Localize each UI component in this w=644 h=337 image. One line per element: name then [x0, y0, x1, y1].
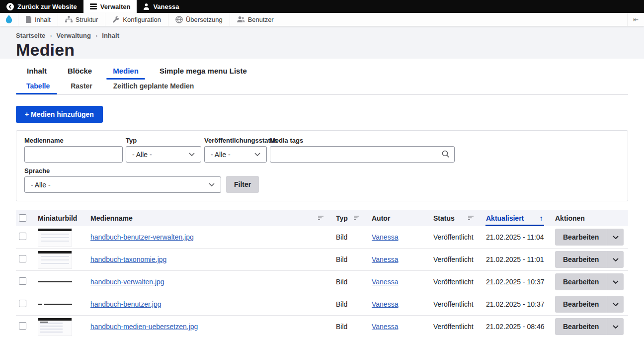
- tab-inhalt[interactable]: Inhalt: [16, 64, 57, 80]
- veroeffentlichungsstatus-select[interactable]: - Alle -: [204, 146, 267, 163]
- edit-dropdown-toggle[interactable]: [607, 318, 624, 335]
- menu-item-uebersetzung[interactable]: Übersetzung: [168, 13, 230, 26]
- breadcrumb: Startseite › Verwaltung › Inhalt: [16, 32, 644, 39]
- toolbar-orientation-toggle[interactable]: ⇤: [627, 13, 644, 26]
- column-header-autor[interactable]: Autor: [366, 210, 427, 226]
- media-name-link[interactable]: handbuch-verwalten.jpg: [90, 278, 164, 286]
- column-header-aktionen: Aktionen: [549, 210, 628, 226]
- typ-select[interactable]: - Alle -: [126, 146, 201, 163]
- filter-panel: Medienname Typ - Alle - Veröffentlichung…: [16, 130, 628, 201]
- row-checkbox[interactable]: [19, 300, 26, 307]
- edit-dropdown-toggle[interactable]: [607, 251, 624, 268]
- media-updated: 21.02.2025 - 10:37: [480, 278, 549, 286]
- chevron-down-icon: [613, 236, 619, 239]
- user-name-label: Vanessa: [153, 3, 179, 10]
- filter-sort-icon[interactable]: [318, 216, 324, 220]
- manage-tab[interactable]: Verwalten: [83, 0, 137, 13]
- media-thumbnail[interactable]: [38, 251, 72, 269]
- menu-item-struktur[interactable]: Struktur: [58, 13, 106, 26]
- wrench-icon: [112, 16, 120, 23]
- menu-item-konfiguration[interactable]: Konfiguration: [105, 13, 168, 26]
- manage-label: Verwalten: [100, 3, 131, 10]
- column-header-medienname[interactable]: Medienname: [84, 210, 330, 226]
- filter-submit-button[interactable]: Filter: [226, 176, 259, 193]
- menu-item-inhalt[interactable]: Inhalt: [18, 13, 58, 26]
- media-author-link[interactable]: Vanessa: [372, 300, 398, 308]
- media-status: Veröffentlicht: [427, 278, 480, 286]
- edit-button[interactable]: Bearbeiten: [555, 273, 607, 290]
- media-type: Bild: [330, 323, 366, 331]
- breadcrumb-link-startseite[interactable]: Startseite: [16, 32, 45, 39]
- drupal-drop-icon: [4, 14, 14, 24]
- menu-item-label: Übersetzung: [186, 16, 223, 23]
- row-checkbox[interactable]: [19, 233, 26, 240]
- media-author-link[interactable]: Vanessa: [372, 233, 398, 241]
- medienname-input[interactable]: [24, 146, 123, 163]
- edit-button[interactable]: Bearbeiten: [555, 296, 607, 313]
- row-checkbox[interactable]: [19, 277, 26, 285]
- tab-medien[interactable]: Medien: [102, 64, 149, 80]
- media-name-link[interactable]: handbuch-benutzer-verwalten.jpg: [90, 233, 194, 241]
- primary-tabs: Inhalt Blöcke Medien Simple mega menu Li…: [16, 64, 628, 80]
- back-to-site-button[interactable]: Zurück zur Website: [0, 0, 83, 13]
- media-author-link[interactable]: Vanessa: [372, 278, 398, 286]
- filter-sort-icon[interactable]: [468, 216, 474, 220]
- tab-simple-mega-menu-liste[interactable]: Simple mega menu Liste: [149, 64, 257, 80]
- breadcrumb-link-verwaltung[interactable]: Verwaltung: [57, 32, 91, 39]
- edit-button[interactable]: Bearbeiten: [555, 318, 607, 335]
- media-thumbnail[interactable]: [38, 295, 72, 314]
- table-row: handbuch-taxonomie.jpgBildVanessaVeröffe…: [16, 249, 628, 271]
- column-header-typ[interactable]: Typ: [330, 210, 366, 226]
- media-updated: 21.02.2025 - 08:46: [480, 323, 549, 331]
- typ-select-value: - Alle -: [132, 151, 152, 159]
- select-all-checkbox[interactable]: [19, 214, 26, 222]
- users-icon: [237, 16, 245, 23]
- sort-ascending-icon[interactable]: ↑: [540, 214, 544, 222]
- drupal-logo[interactable]: [0, 13, 18, 26]
- edit-button[interactable]: Bearbeiten: [555, 229, 607, 246]
- media-table-body: handbuch-benutzer-verwalten.jpgBildVanes…: [16, 226, 628, 337]
- media-name-link[interactable]: handbuch-benutzer.jpg: [90, 300, 161, 308]
- tab-zeitlich-geplante-medien[interactable]: Zeitlich geplante Medien: [103, 80, 205, 94]
- row-checkbox[interactable]: [19, 255, 26, 262]
- admin-menu-bar: Inhalt Struktur Konfiguration Übersetzun…: [0, 13, 644, 26]
- media-thumbnail[interactable]: [38, 318, 72, 336]
- sprache-select[interactable]: - Alle -: [24, 176, 221, 193]
- add-media-button[interactable]: + Medien hinzufügen: [16, 106, 103, 123]
- breadcrumb-separator: ›: [95, 32, 97, 39]
- tab-raster[interactable]: Raster: [60, 80, 103, 94]
- column-header-aktualisiert[interactable]: Aktualisiert ↑: [480, 210, 549, 226]
- media-admin-page: Zurück zur Website Verwalten Vanessa Inh…: [0, 0, 644, 337]
- sitemap-icon: [65, 16, 73, 23]
- tab-tabelle[interactable]: Tabelle: [16, 80, 60, 94]
- column-header-status[interactable]: Status: [427, 210, 480, 226]
- filter-sort-icon[interactable]: [354, 216, 360, 220]
- breadcrumb-link-inhalt[interactable]: Inhalt: [102, 32, 119, 39]
- menu-item-label: Inhalt: [35, 16, 51, 23]
- globe-icon: [175, 16, 183, 23]
- media-name-link[interactable]: handbuch-medien-uebersetzen.jpg: [90, 323, 198, 331]
- menu-item-label: Struktur: [76, 16, 98, 23]
- media-thumbnail[interactable]: [38, 228, 72, 247]
- menu-item-benutzer[interactable]: Benutzer: [230, 13, 281, 26]
- media-name-link[interactable]: handbuch-taxonomie.jpg: [90, 255, 166, 263]
- edit-dropdown-toggle[interactable]: [607, 273, 624, 290]
- media-author-link[interactable]: Vanessa: [372, 323, 398, 331]
- edit-dropdown-toggle[interactable]: [607, 229, 624, 246]
- chevron-down-icon: [613, 325, 619, 329]
- edit-button[interactable]: Bearbeiten: [555, 251, 607, 268]
- table-header-row: Miniaturbild Medienname Typ Autor Status…: [16, 210, 628, 226]
- user-account-tab[interactable]: Vanessa: [137, 0, 185, 13]
- tabs-area: Inhalt Blöcke Medien Simple mega menu Li…: [0, 59, 644, 95]
- row-checkbox[interactable]: [19, 322, 26, 330]
- media-author-link[interactable]: Vanessa: [372, 255, 398, 263]
- breadcrumb-separator: ›: [50, 32, 52, 39]
- menu-item-label: Konfiguration: [123, 16, 161, 23]
- tab-bloecke[interactable]: Blöcke: [57, 64, 102, 80]
- chevron-down-icon: [209, 183, 215, 186]
- media-tags-input[interactable]: [270, 146, 455, 163]
- media-thumbnail[interactable]: [38, 273, 72, 291]
- table-row: handbuch-verwalten.jpgBildVanessaVeröffe…: [16, 271, 628, 293]
- media-table: Miniaturbild Medienname Typ Autor Status…: [16, 210, 628, 337]
- edit-dropdown-toggle[interactable]: [607, 296, 624, 313]
